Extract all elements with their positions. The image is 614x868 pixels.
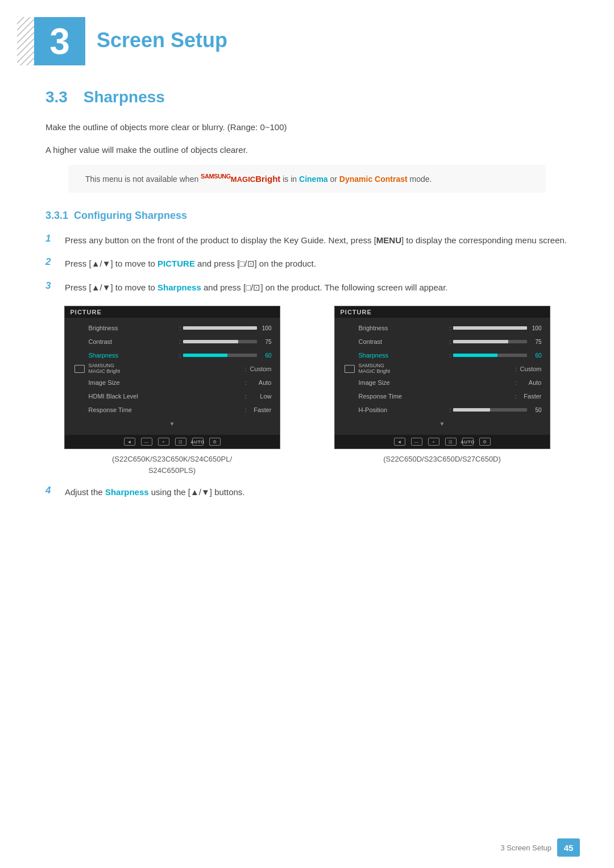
screenshot-left: PICTURE Brightness : 100: [45, 306, 298, 476]
menu-row-hdmi-left: HDMI Black Level : Low: [73, 391, 272, 402]
page-footer: 3 Screen Setup 45: [500, 838, 580, 857]
menu-row-sharpness-left: Sharpness : 60: [73, 350, 272, 361]
btn-auto-r: AUTO: [462, 438, 474, 446]
screenshots-row: PICTURE Brightness : 100: [45, 306, 569, 476]
menu-row-brightness-right: Brightness : 100: [343, 322, 542, 334]
monitor-ui-right: PICTURE Brightness : 100: [334, 306, 550, 449]
menu-row-imagesize-left: Image Size : Auto: [73, 377, 272, 388]
btn-plus: +: [158, 438, 169, 446]
monitor-ui-left: PICTURE Brightness : 100: [64, 306, 280, 449]
steps-list: 1 Press any button on the front of the p…: [45, 233, 569, 295]
step-4: 4 Adjust the Sharpness using the [▲/▼] b…: [45, 485, 569, 500]
step-3: 3 Press [▲/▼] to move to Sharpness and p…: [45, 280, 569, 295]
note-box: This menu is not available when SAMSUNGM…: [68, 165, 546, 193]
monitor-bottom-bar-right: ◄ — + ⊡ AUTO ⚙: [335, 435, 550, 448]
screenshot-right: PICTURE Brightness : 100: [316, 306, 569, 465]
btn-minus: —: [141, 438, 152, 446]
footer-page-number: 45: [557, 838, 580, 857]
note-mode: mode.: [408, 175, 432, 184]
monitor-icon-left: [74, 365, 85, 373]
chapter-number-box: 3: [34, 17, 85, 65]
footer-chapter-label: 3 Screen Setup: [500, 844, 551, 852]
btn-gear-r: ⚙: [479, 438, 491, 446]
menu-row-contrast-right: Contrast : 75: [343, 336, 542, 347]
caption-right: (S22C650D/S23C650D/S27C650D): [383, 454, 501, 465]
section-heading: 3.3 Sharpness: [45, 88, 165, 106]
menu-row-sharpness-right: Sharpness : 60: [343, 350, 542, 361]
main-content: 3.3 Sharpness Make the outline of object…: [0, 77, 614, 554]
note-dynamic-contrast: Dynamic Contrast: [339, 175, 408, 184]
note-cinema: Cinema: [299, 175, 328, 184]
monitor-content-right: Brightness : 100 Contrast :: [335, 318, 550, 435]
body-para-1: Make the outline of objects more clear o…: [45, 120, 569, 135]
menu-row-response-right: Response Time : Faster: [343, 391, 542, 402]
menu-row-imagesize-right: Image Size : Auto: [343, 377, 542, 388]
scroll-arrow-left: ▼: [73, 418, 272, 429]
btn-enter-r: ⊡: [445, 438, 457, 446]
step-2: 2 Press [▲/▼] to move to PICTURE and pre…: [45, 256, 569, 271]
monitor-top-bar-right: PICTURE: [335, 306, 550, 318]
samsung-magic-brand: SAMSUNGMAGICBright: [201, 175, 280, 184]
subsection-heading: 3.3.1 Configuring Sharpness: [45, 210, 569, 222]
step-1: 1 Press any button on the front of the p…: [45, 233, 569, 248]
chapter-title: Screen Setup: [97, 17, 227, 52]
btn-left-arrow-r: ◄: [394, 438, 405, 446]
note-is: is in: [280, 175, 299, 184]
menu-row-magic-left: SAMSUNGMAGIC Bright : Custom: [73, 363, 272, 375]
btn-minus-r: —: [411, 438, 422, 446]
btn-auto: AUTO: [192, 438, 204, 446]
monitor-top-bar-left: PICTURE: [65, 306, 280, 318]
page-header: 3 Screen Setup: [0, 0, 614, 77]
note-prefix: This menu is not available when: [85, 175, 201, 184]
menu-row-contrast-left: Contrast : 75: [73, 336, 272, 347]
btn-gear: ⚙: [209, 438, 221, 446]
menu-row-magic-right: SAMSUNGMAGIC Bright : Custom: [343, 363, 542, 375]
monitor-content-left: Brightness : 100 Contrast :: [65, 318, 280, 435]
caption-left: (S22C650K/S23C650K/S24C650PL/S24C650PLS): [112, 454, 232, 476]
chapter-number: 3: [49, 20, 70, 63]
monitor-icon-right: [345, 365, 355, 373]
btn-left-arrow: ◄: [124, 438, 135, 446]
section-heading-container: 3.3 Sharpness: [45, 88, 569, 106]
scroll-arrow-right: ▼: [343, 418, 542, 429]
btn-enter: ⊡: [175, 438, 186, 446]
menu-row-hposition-right: H-Position : 50: [343, 404, 542, 416]
note-or: or: [328, 175, 339, 184]
menu-row-response-left: Response Time : Faster: [73, 404, 272, 416]
monitor-bottom-bar-left: ◄ — + ⊡ AUTO ⚙: [65, 435, 280, 448]
btn-plus-r: +: [428, 438, 439, 446]
body-para-2: A higher value will make the outline of …: [45, 143, 569, 157]
menu-row-brightness-left: Brightness : 100: [73, 322, 272, 334]
